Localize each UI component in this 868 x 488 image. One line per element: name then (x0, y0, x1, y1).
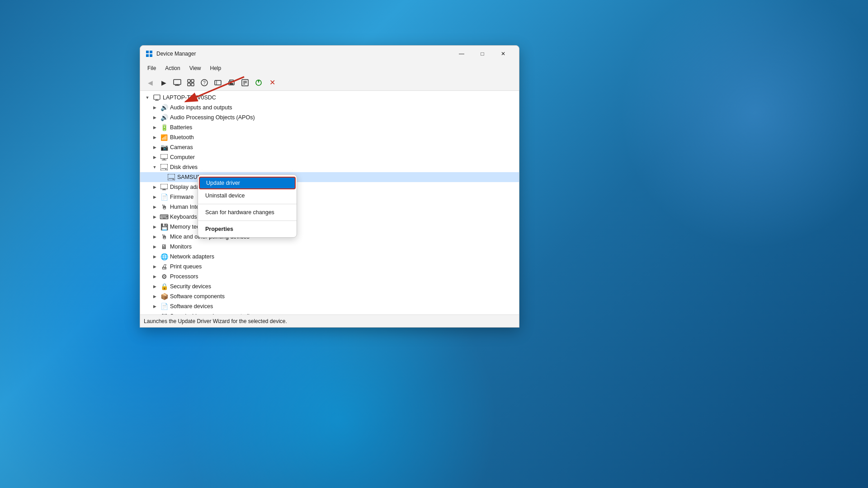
keyboards-icon: ⌨ (160, 213, 168, 221)
expand-memory[interactable]: ▶ (151, 223, 158, 230)
maximize-button[interactable]: □ (472, 47, 493, 61)
bluetooth-icon: 📶 (160, 133, 168, 141)
window-title: Device Manager (156, 51, 196, 57)
device-tree[interactable]: ▼ LAPTOP-T7VV0SDC ▶ 🔊 Audio inputs and o… (140, 91, 519, 314)
expand-disk-drives[interactable]: ▼ (151, 164, 158, 171)
context-properties[interactable]: Properties (198, 223, 297, 235)
computer-label: Computer (170, 154, 195, 160)
help-button[interactable]: ? (198, 76, 211, 89)
expand-root[interactable]: ▼ (144, 94, 151, 101)
context-update-driver[interactable]: Update driver (199, 177, 296, 189)
minimize-button[interactable]: — (451, 47, 472, 61)
menu-help[interactable]: Help (207, 64, 225, 72)
expand-monitors[interactable]: ▶ (151, 243, 158, 250)
audio-inputs-icon: 🔊 (160, 103, 168, 112)
uninstall-button[interactable]: ✕ (266, 76, 278, 89)
expand-network[interactable]: ▶ (151, 253, 158, 260)
expand-bluetooth[interactable]: ▶ (151, 134, 158, 141)
computer-device-icon (160, 153, 168, 161)
tree-item-software-components[interactable]: ▶ 📦 Software components (140, 291, 519, 301)
show-classes-button[interactable] (184, 76, 197, 89)
expand-hid[interactable]: ▶ (151, 203, 158, 211)
context-menu: Update driver Uninstall device Scan for … (198, 174, 297, 238)
expand-firmware[interactable]: ▶ (151, 193, 158, 201)
tree-item-hid[interactable]: ▶ 🖱 Human Interface Devices (140, 202, 519, 212)
cameras-label: Cameras (170, 144, 193, 150)
audio-processing-label: Audio Processing Objects (APOs) (170, 114, 255, 121)
tree-item-disk-drives[interactable]: ▼ Disk drives (140, 162, 519, 172)
expand-audio-processing[interactable]: ▶ (151, 114, 158, 121)
expand-print[interactable]: ▶ (151, 263, 158, 270)
expand-audio-inputs[interactable]: ▶ (151, 104, 158, 111)
expand-computer[interactable]: ▶ (151, 154, 158, 161)
tree-item-print[interactable]: ▶ 🖨 Print queues (140, 262, 519, 272)
context-uninstall-device[interactable]: Uninstall device (198, 189, 297, 202)
tree-item-software-devices[interactable]: ▶ 📄 Software devices (140, 301, 519, 311)
tree-item-computer[interactable]: ▶ Computer (140, 152, 519, 162)
main-content: ▼ LAPTOP-T7VV0SDC ▶ 🔊 Audio inputs and o… (140, 91, 519, 314)
tree-item-display-adapters[interactable]: ▶ Display adapters (140, 182, 519, 192)
security-label: Security devices (170, 283, 211, 290)
print-button[interactable] (225, 76, 238, 89)
mice-icon: 🖱 (160, 233, 168, 241)
tree-item-memory[interactable]: ▶ 💾 Memory technology devices (140, 222, 519, 232)
expand-batteries[interactable]: ▶ (151, 124, 158, 131)
tree-item-bluetooth[interactable]: ▶ 📶 Bluetooth (140, 132, 519, 142)
menu-view[interactable]: View (186, 64, 205, 72)
tree-item-batteries[interactable]: ▶ 🔋 Batteries (140, 122, 519, 132)
close-button[interactable]: ✕ (493, 47, 514, 61)
disk-drives-label: Disk drives (170, 164, 198, 170)
display-icon (160, 183, 168, 191)
tree-item-monitors[interactable]: ▶ 🖥 Monitors (140, 242, 519, 252)
context-scan-hardware[interactable]: Scan for hardware changes (198, 206, 297, 219)
tree-item-cameras[interactable]: ▶ 📷 Cameras (140, 142, 519, 152)
software-devices-label: Software devices (170, 303, 213, 310)
root-label: LAPTOP-T7VV0SDC (163, 94, 216, 101)
tree-item-firmware[interactable]: ▶ 📄 Firmware (140, 192, 519, 202)
svg-rect-24 (154, 95, 160, 99)
hid-icon: 🖱 (160, 203, 168, 211)
context-separator-1 (198, 204, 297, 204)
back-button[interactable]: ◀ (144, 76, 156, 89)
toolbar: ◀ ▶ ? ✕ (140, 75, 519, 91)
menu-file[interactable]: File (144, 64, 160, 72)
bluetooth-label: Bluetooth (170, 134, 194, 141)
tree-item-samsung-drive[interactable]: ▶ SAMSUNG MZVLB1T0HBLR-000H1 (140, 172, 519, 182)
software-components-label: Software components (170, 293, 225, 300)
tree-item-network[interactable]: ▶ 🌐 Network adapters (140, 252, 519, 262)
tree-item-sound[interactable]: ▶ 🎮 Sound, video and game controllers (140, 311, 519, 314)
expand-sound[interactable]: ▶ (151, 313, 158, 314)
software-devices-icon: 📄 (160, 302, 168, 310)
tree-item-root[interactable]: ▼ LAPTOP-T7VV0SDC (140, 93, 519, 103)
monitors-label: Monitors (170, 244, 192, 250)
firmware-label: Firmware (170, 194, 193, 200)
tree-item-audio-inputs[interactable]: ▶ 🔊 Audio inputs and outputs (140, 103, 519, 113)
svg-rect-1 (150, 51, 152, 53)
computer-icon (153, 94, 161, 102)
tree-item-processors[interactable]: ▶ ⚙ Processors (140, 272, 519, 282)
view-button[interactable] (212, 76, 224, 89)
window-controls: — □ ✕ (451, 47, 514, 61)
properties-button[interactable] (239, 76, 251, 89)
title-bar: Device Manager — □ ✕ (140, 46, 519, 62)
svg-point-32 (165, 169, 166, 170)
expand-cameras[interactable]: ▶ (151, 144, 158, 151)
expand-security[interactable]: ▶ (151, 283, 158, 290)
expand-mice[interactable]: ▶ (151, 233, 158, 240)
svg-rect-7 (188, 80, 190, 82)
audio-processing-icon: 🔊 (160, 113, 168, 122)
tree-item-security[interactable]: ▶ 🔒 Security devices (140, 282, 519, 291)
expand-processors[interactable]: ▶ (151, 273, 158, 280)
scan-button[interactable] (252, 76, 265, 89)
tree-item-keyboards[interactable]: ▶ ⌨ Keyboards (140, 212, 519, 222)
tree-item-mice[interactable]: ▶ 🖱 Mice and other pointing devices (140, 232, 519, 242)
forward-button[interactable]: ▶ (157, 76, 170, 89)
network-label: Network adapters (170, 253, 214, 260)
show-computer-button[interactable] (171, 76, 184, 89)
tree-item-audio-processing[interactable]: ▶ 🔊 Audio Processing Objects (APOs) (140, 113, 519, 122)
expand-keyboards[interactable]: ▶ (151, 213, 158, 221)
menu-action[interactable]: Action (161, 64, 184, 72)
expand-software-devices[interactable]: ▶ (151, 303, 158, 310)
expand-software-components[interactable]: ▶ (151, 293, 158, 300)
expand-display[interactable]: ▶ (151, 183, 158, 191)
